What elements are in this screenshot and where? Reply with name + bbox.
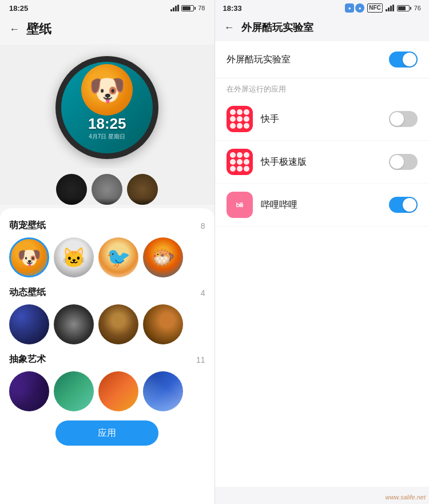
toggle-bilibili[interactable] [389,197,418,213]
strip-thumb-2-cutoff [92,198,122,205]
wallpaper-abs-1[interactable] [9,371,49,411]
app-row-bilibili: bili 哔哩哔哩 [215,184,430,227]
toggle-kuaishou-lite[interactable] [389,154,418,170]
pet-grid: 🐶 🐱 🐦 🐡 [9,237,205,277]
battery-tip-right [410,7,411,10]
apply-button[interactable]: 应用 [55,420,158,446]
app-icon-kuaishou-lite [227,149,253,175]
watch-time-display: 18:25 [88,116,126,131]
app-info-kuaishou: 快手 [227,106,279,132]
status-icons-right: ● ● NFC 76 [345,3,421,13]
ks-dot-5 [237,116,243,122]
ks-icon-grid [227,106,253,132]
wallpaper-abs-3[interactable] [98,371,138,411]
settings-content: 外屏酷玩实验室 在外屏运行的应用 [215,41,430,487]
toggle-kuaishou[interactable] [389,111,418,127]
pet-1-emoji: 🐶 [11,239,47,276]
dynamic-grid [9,304,205,344]
app-name-kuaishou-lite: 快手极速版 [261,156,307,168]
wallpaper-pet-3[interactable]: 🐦 [98,237,138,277]
main-toggle-switch[interactable] [389,51,418,68]
wallpaper-dyn-4[interactable] [143,304,183,344]
toggle-bilibili-knob [403,198,416,212]
wallpaper-dyn-2[interactable] [54,304,94,344]
wallpaper-abs-2[interactable] [54,371,94,411]
section-count-dynamic: 4 [201,288,205,297]
back-button-right[interactable]: ← [224,22,235,34]
signal-bar-r4 [392,5,394,11]
battery-level [182,6,190,10]
main-toggle-row: 外屏酷玩实验室 [215,41,430,78]
ks-lite-dot-7 [230,166,236,172]
watermark-text: www.salife.net [386,494,426,501]
ks-lite-dot-1 [230,152,236,158]
toggle-kuaishou-lite-knob [390,155,404,169]
battery-body [181,5,194,11]
signal-bar-2 [173,7,174,11]
battery-percent-right: 76 [414,5,421,11]
page-header-right: ← 外屏酷玩实验室 [215,16,430,41]
left-panel: 18:25 78 ← 壁纸 [0,0,214,504]
wallpaper-pet-4[interactable]: 🐡 [143,237,183,277]
app-info-bilibili: bili 哔哩哔哩 [227,192,297,218]
strip-thumb-3[interactable] [127,174,158,205]
back-button-left[interactable]: ← [9,23,19,35]
wallpaper-abs-4[interactable] [143,371,183,411]
ks-lite-dot-2 [237,152,243,158]
app-row-kuaishou: 快手 [215,98,430,141]
ks-lite-dot-3 [244,152,249,158]
app-row-kuaishou-lite: 快手极速版 [215,141,430,184]
ks-dot-7 [230,123,236,129]
wallpaper-dyn-3[interactable] [98,304,138,344]
watch-date-display: 4月7日 星期日 [89,133,125,141]
nfc-icon: NFC [367,3,383,13]
pet-2-emoji: 🐱 [54,237,94,277]
main-toggle-label: 外屏酷玩实验室 [227,54,291,66]
watermark-container: www.salife.net [215,487,430,504]
toggle-kuaishou-knob [390,112,404,126]
section-title-dynamic: 动态壁纸 [9,287,46,299]
pet-4-emoji: 🐡 [143,237,183,277]
ks-dot-4 [230,116,236,122]
section-title-pets: 萌宠壁纸 [9,220,46,232]
ks-lite-dot-6 [244,159,249,165]
signal-icon-right [386,5,394,11]
page-title-right: 外屏酷玩实验室 [241,21,313,34]
signal-bar-r2 [388,7,390,11]
status-time-left: 18:25 [9,4,28,13]
ks-dot-1 [230,109,236,115]
right-panel: 18:33 ● ● NFC [215,0,430,504]
abstract-grid [9,371,205,411]
notif-icon-1: ● [345,3,354,13]
thumbnail-strip [0,168,214,205]
app-icon-kuaishou [227,106,253,132]
watch-dog-icon: 🐶 [81,64,133,116]
notification-dots: ● ● [345,3,364,13]
signal-bar-r3 [390,6,392,11]
strip-thumb-2[interactable] [92,174,122,205]
battery-level-right [398,6,406,10]
app-info-kuaishou-lite: 快手极速版 [227,149,307,175]
status-bar-right: 18:33 ● ● NFC [215,0,430,16]
signal-bar-r1 [386,9,387,11]
wallpaper-pet-2[interactable]: 🐱 [54,237,94,277]
page-header-left: ← 壁纸 [0,16,214,45]
pet-3-emoji: 🐦 [98,237,138,277]
wallpaper-dyn-1[interactable] [9,304,49,344]
ks-lite-icon-grid [227,149,253,175]
app-name-kuaishou: 快手 [261,113,279,125]
ks-dot-6 [244,116,249,122]
strip-thumb-1-cutoff [56,198,87,205]
abs-4-overlay [143,371,183,411]
watch-face[interactable]: 🐶 18:25 4月7日 星期日 [61,62,153,153]
signal-bar-4 [177,5,179,11]
battery-body-right [397,5,410,11]
battery-percent-left: 78 [198,5,205,11]
app-name-bilibili: 哔哩哔哩 [261,199,297,211]
signal-bar-3 [175,6,177,11]
app-icon-bilibili: bili [227,192,253,218]
strip-thumb-1[interactable] [56,174,87,205]
wallpaper-pet-1[interactable]: 🐶 [9,237,49,277]
signal-bar-1 [170,9,172,11]
section-count-abstract: 11 [196,355,205,364]
